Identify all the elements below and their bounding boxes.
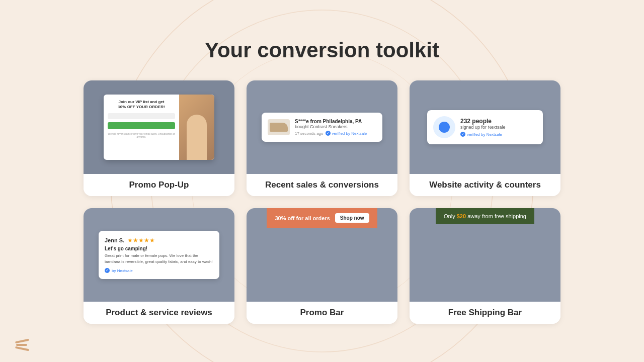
shipping-bar-strip: Only $20 away from free shipping — [436, 208, 534, 224]
sales-meta: 17 seconds ago ✓ verified by Nextsale — [295, 131, 376, 136]
card-label-promo-bar: Promo Bar — [247, 302, 397, 324]
card-label-free-shipping-bar: Free Shipping Bar — [410, 302, 560, 324]
bottom-logo — [16, 340, 30, 350]
logo-line-1 — [15, 339, 29, 344]
activity-notification: 232 people signed up for Nextsale ✓ veri… — [427, 110, 543, 144]
recent-sales-preview: S****e from Philadelphia, PA bought Cont… — [247, 80, 397, 174]
verified-text: verified by Nextsale — [467, 132, 502, 137]
card-label-product-reviews: Product & service reviews — [84, 302, 234, 324]
promobar-preview: 30% off for all orders Shop now — [247, 208, 397, 302]
card-product-reviews[interactable]: Jenn S. ★★★★★ Let's go camping! Great pr… — [84, 208, 234, 324]
shipping-product-grid — [478, 224, 492, 302]
verified-badge: ✓ verified by Nextsale — [326, 131, 367, 136]
reviewer-row: Jenn S. ★★★★★ — [105, 237, 213, 244]
promo-bar-text: 30% off for all orders — [275, 215, 330, 221]
card-promo-bar[interactable]: 30% off for all orders Shop now Promo Ba… — [247, 208, 397, 324]
reviewer-name: Jenn S. — [105, 237, 124, 243]
shipping-bar-text: Only $20 away from free shipping — [444, 213, 526, 219]
product-image — [268, 119, 290, 135]
product-grid — [315, 228, 329, 302]
logo-line-2 — [16, 344, 27, 346]
card-promo-popup[interactable]: Join our VIP list and get 10% OFF YOUR O… — [84, 80, 234, 196]
shipping-prefix: Only — [444, 213, 457, 219]
promo-popup-preview: Join our VIP list and get 10% OFF YOUR O… — [84, 80, 234, 174]
activity-description: signed up for Nextsale — [460, 125, 537, 130]
activity-dot — [439, 122, 450, 133]
activity-info: 232 people signed up for Nextsale ✓ veri… — [460, 118, 537, 137]
check-icon: ✓ — [326, 131, 331, 136]
shipping-amount: $20 — [457, 213, 466, 219]
popup-email-input — [108, 113, 175, 119]
card-label-recent-sales: Recent sales & conversions — [247, 174, 397, 196]
shoe-shape — [270, 123, 288, 132]
review-card: Jenn S. ★★★★★ Let's go camping! Great pr… — [99, 231, 219, 279]
card-label-promo-popup: Promo Pop-Up — [84, 174, 234, 196]
check-icon-3: ✓ — [105, 268, 110, 273]
customer-name: S****e from Philadelphia, PA — [295, 119, 376, 124]
activity-count: 232 people — [460, 118, 537, 125]
card-website-activity[interactable]: 232 people signed up for Nextsale ✓ veri… — [410, 80, 560, 196]
sales-info: S****e from Philadelphia, PA bought Cont… — [295, 119, 376, 136]
shop-now-button: Shop now — [335, 213, 369, 223]
activity-verified: ✓ verified by Nextsale — [460, 132, 537, 137]
star-rating: ★★★★★ — [127, 237, 155, 244]
popup-image — [179, 95, 214, 160]
review-headline: Let's go camping! — [105, 246, 213, 251]
logo-line-3 — [15, 346, 29, 351]
card-free-shipping-bar[interactable]: Only $20 away from free shipping Free Sh… — [410, 208, 560, 324]
reviews-preview: Jenn S. ★★★★★ Let's go camping! Great pr… — [84, 208, 234, 302]
promo-bar-strip: 30% off for all orders Shop now — [267, 208, 377, 228]
check-icon-2: ✓ — [460, 132, 465, 137]
figure-image — [187, 115, 207, 160]
purchase-time: 17 seconds ago — [295, 131, 324, 136]
shipping-preview: Only $20 away from free shipping — [410, 208, 560, 302]
card-recent-sales[interactable]: S****e from Philadelphia, PA bought Cont… — [247, 80, 397, 196]
sales-notification: S****e from Philadelphia, PA bought Cont… — [262, 113, 382, 142]
review-footer: ✓ by Nextsale — [105, 268, 213, 273]
popup-title: Join our VIP list and get 10% OFF YOUR O… — [108, 100, 175, 110]
popup-submit-btn — [108, 122, 175, 129]
card-label-website-activity: Website activity & counters — [410, 174, 560, 196]
logo-mark — [16, 340, 30, 350]
review-body-text: Great print for male or female pups. We … — [105, 253, 213, 265]
shipping-suffix: away from free shipping — [466, 213, 526, 219]
cards-grid: Join our VIP list and get 10% OFF YOUR O… — [84, 80, 560, 324]
activity-preview: 232 people signed up for Nextsale ✓ veri… — [410, 80, 560, 174]
page-title: Your conversion toolkit — [205, 38, 439, 62]
purchased-item: bought Contrast Sneakers — [295, 124, 376, 129]
popup-footer-text: We will never spam or give your email aw… — [108, 132, 175, 139]
popup-mockup: Join our VIP list and get 10% OFF YOUR O… — [104, 95, 214, 160]
review-badge: by Nextsale — [112, 268, 133, 273]
activity-icon — [433, 116, 455, 138]
popup-content: Join our VIP list and get 10% OFF YOUR O… — [104, 95, 179, 160]
